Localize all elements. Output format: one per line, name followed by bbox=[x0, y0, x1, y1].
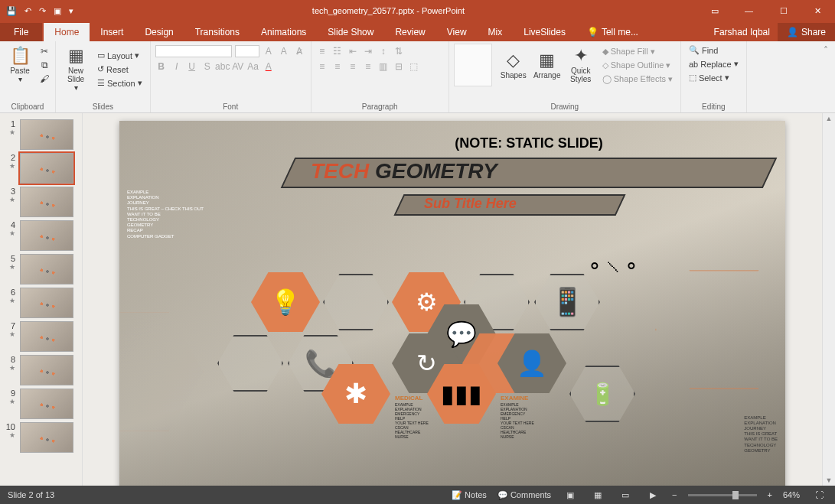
clear-format-icon[interactable]: A̷ bbox=[293, 45, 305, 57]
arrange-button[interactable]: ▦Arrange bbox=[532, 48, 563, 83]
start-slideshow-icon[interactable]: ▣ bbox=[54, 6, 61, 16]
redo-icon[interactable]: ↷ bbox=[39, 6, 46, 16]
shape-fill-button[interactable]: ◆ Shape Fill ▾ bbox=[599, 45, 676, 58]
shapes-gallery[interactable] bbox=[454, 44, 492, 86]
tab-home[interactable]: Home bbox=[44, 23, 90, 41]
shape-effects-button[interactable]: ◯ Shape Effects ▾ bbox=[599, 73, 676, 86]
thumbnail-6[interactable] bbox=[20, 288, 73, 318]
section-button[interactable]: ☰ Section ▾ bbox=[94, 76, 145, 89]
tab-slideshow[interactable]: Slide Show bbox=[317, 23, 384, 41]
zoom-level[interactable]: 64% bbox=[783, 490, 800, 499]
shape-outline-button[interactable]: ◇ Shape Outline ▾ bbox=[599, 59, 676, 72]
thumbnail-5[interactable] bbox=[20, 254, 73, 285]
group-editing: 🔍 Find ab Replace ▾ ⬚ Select ▾ Editing bbox=[681, 41, 747, 112]
thumbnail-4[interactable] bbox=[20, 220, 73, 251]
zoom-in-icon[interactable]: + bbox=[768, 490, 772, 499]
thumbnail-8[interactable] bbox=[20, 355, 73, 385]
smartart-icon[interactable]: ⬚ bbox=[408, 60, 420, 73]
scroll-down-icon[interactable]: ▼ bbox=[826, 476, 833, 484]
undo-icon[interactable]: ↶ bbox=[24, 6, 31, 16]
tab-liveslides[interactable]: LiveSlides bbox=[513, 23, 576, 41]
notes-button[interactable]: 📝 Notes bbox=[452, 490, 487, 500]
slideshow-view-icon[interactable]: ▶ bbox=[644, 488, 661, 502]
tab-review[interactable]: Review bbox=[384, 23, 435, 41]
underline-icon[interactable]: U bbox=[186, 60, 198, 73]
paste-button[interactable]: 📋Paste▾ bbox=[5, 44, 35, 86]
minimize-icon[interactable]: — bbox=[732, 0, 766, 21]
share-node-icon: ⚬⟍⚬ bbox=[586, 255, 640, 278]
workspace: 1★2★3★4★5★6★7★8★9★10★ (NOTE: STATIC SLID… bbox=[0, 113, 835, 486]
user-name[interactable]: Farshad Iqbal bbox=[714, 27, 770, 37]
align-left-icon[interactable]: ≡ bbox=[316, 60, 328, 73]
shadow-icon[interactable]: abc bbox=[217, 60, 229, 73]
slide[interactable]: (NOTE: STATIC SLIDE) TECH GEOMETRY Sub T… bbox=[119, 121, 785, 486]
tab-mix[interactable]: Mix bbox=[478, 23, 514, 41]
vertical-scrollbar[interactable]: ▲▼ bbox=[822, 113, 835, 486]
copy-icon[interactable]: ⧉ bbox=[38, 59, 51, 71]
scroll-up-icon[interactable]: ▲ bbox=[826, 115, 833, 122]
zoom-out-icon[interactable]: − bbox=[672, 490, 677, 499]
strike-icon[interactable]: S bbox=[201, 60, 214, 73]
columns-icon[interactable]: ▥ bbox=[377, 60, 390, 73]
maximize-icon[interactable]: ☐ bbox=[766, 0, 801, 21]
shrink-font-icon[interactable]: A bbox=[278, 45, 290, 57]
text-direction-icon[interactable]: ⇅ bbox=[393, 45, 405, 57]
ribbon-options-icon[interactable]: ▭ bbox=[697, 0, 732, 21]
find-button[interactable]: 🔍 Find bbox=[686, 44, 742, 57]
align-center-icon[interactable]: ≡ bbox=[331, 60, 344, 73]
tab-file[interactable]: File bbox=[0, 23, 42, 41]
italic-icon[interactable]: I bbox=[171, 60, 183, 73]
new-slide-button[interactable]: ▦New Slide▾ bbox=[60, 44, 91, 95]
thumbnail-1[interactable] bbox=[20, 119, 73, 150]
font-color-icon[interactable]: A bbox=[263, 60, 275, 73]
save-icon[interactable]: 💾 bbox=[6, 6, 17, 16]
tab-insert[interactable]: Insert bbox=[90, 23, 134, 41]
line-spacing-icon[interactable]: ↕ bbox=[377, 45, 390, 57]
slide-thumbnails[interactable]: 1★2★3★4★5★6★7★8★9★10★ bbox=[0, 113, 83, 486]
select-button[interactable]: ⬚ Select ▾ bbox=[686, 71, 742, 84]
bold-icon[interactable]: B bbox=[155, 60, 168, 73]
spacing-icon[interactable]: AV bbox=[232, 60, 244, 73]
quick-styles-button[interactable]: ✦Quick Styles bbox=[566, 44, 596, 86]
collapse-ribbon-icon[interactable]: ˄ bbox=[820, 44, 832, 57]
layout-button[interactable]: ▭ Layout ▾ bbox=[94, 49, 145, 62]
zoom-slider[interactable] bbox=[688, 494, 757, 496]
normal-view-icon[interactable]: ▣ bbox=[562, 488, 579, 502]
bullets-icon[interactable]: ≡ bbox=[316, 45, 328, 57]
font-name-input[interactable] bbox=[155, 45, 232, 57]
tab-view[interactable]: View bbox=[436, 23, 478, 41]
thumbnail-10[interactable] bbox=[20, 422, 73, 453]
reset-button[interactable]: ↺ Reset bbox=[94, 63, 145, 76]
indent-inc-icon[interactable]: ⇥ bbox=[362, 45, 374, 57]
thumbnail-9[interactable] bbox=[20, 389, 73, 419]
format-painter-icon[interactable]: 🖌 bbox=[38, 73, 51, 85]
comments-button[interactable]: 💬 Comments bbox=[497, 490, 551, 500]
tab-tellme[interactable]: 💡Tell me... bbox=[576, 23, 649, 41]
numbering-icon[interactable]: ☷ bbox=[331, 45, 344, 57]
slide-counter[interactable]: Slide 2 of 13 bbox=[8, 490, 54, 499]
fit-to-window-icon[interactable]: ⛶ bbox=[811, 488, 827, 502]
tab-design[interactable]: Design bbox=[134, 23, 184, 41]
qat-more-icon[interactable]: ▾ bbox=[69, 6, 73, 16]
cut-icon[interactable]: ✂ bbox=[38, 45, 51, 57]
close-icon[interactable]: ✕ bbox=[801, 0, 835, 21]
thumbnail-3[interactable] bbox=[20, 187, 73, 217]
thumbnail-2[interactable] bbox=[20, 153, 73, 184]
thumbnail-7[interactable] bbox=[20, 321, 73, 352]
tab-transitions[interactable]: Transitions bbox=[184, 23, 250, 41]
case-icon[interactable]: Aa bbox=[247, 60, 259, 73]
shapes-button[interactable]: ◇Shapes bbox=[498, 48, 529, 83]
font-size-input[interactable] bbox=[235, 45, 259, 57]
phone-handset-icon: 📞 bbox=[305, 348, 337, 379]
reading-view-icon[interactable]: ▭ bbox=[617, 488, 634, 502]
tab-animations[interactable]: Animations bbox=[250, 23, 317, 41]
share-button[interactable]: 👤Share bbox=[778, 23, 835, 41]
align-right-icon[interactable]: ≡ bbox=[347, 60, 359, 73]
slide-canvas-area[interactable]: (NOTE: STATIC SLIDE) TECH GEOMETRY Sub T… bbox=[83, 113, 822, 486]
indent-dec-icon[interactable]: ⇤ bbox=[347, 45, 359, 57]
align-text-icon[interactable]: ⊟ bbox=[393, 60, 405, 73]
grow-font-icon[interactable]: A bbox=[263, 45, 275, 57]
replace-button[interactable]: ab Replace ▾ bbox=[686, 57, 742, 70]
sorter-view-icon[interactable]: ▦ bbox=[589, 488, 606, 502]
justify-icon[interactable]: ≡ bbox=[362, 60, 374, 73]
